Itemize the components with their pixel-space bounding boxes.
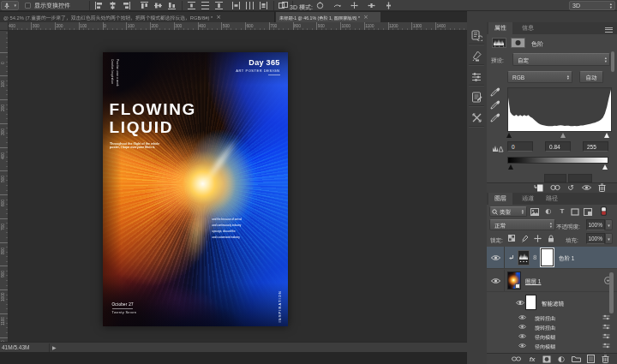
document-tab-active[interactable]: 未标题-1 @ 46.1% (色阶 1, 图层蒙版/8) * × — [276, 12, 380, 22]
filter-options-icon[interactable] — [602, 324, 610, 330]
output-shadow-slider[interactable] — [508, 164, 513, 170]
black-point-eyedropper[interactable] — [490, 87, 501, 98]
reset-adjustment-button[interactable]: ↺ — [566, 182, 576, 192]
3d-roll-button[interactable] — [332, 2, 342, 9]
tab-close-icon[interactable]: × — [363, 14, 368, 21]
smart-filters-label[interactable]: 智能滤镜 — [542, 299, 564, 307]
align-left-edges-button[interactable] — [94, 2, 104, 9]
smart-filter-name[interactable]: 旋转扭曲 — [535, 314, 555, 322]
tab-layers[interactable]: 图层 — [488, 193, 512, 205]
status-options-arrow-icon[interactable]: ▶ — [52, 344, 57, 350]
add-mask-button[interactable] — [542, 355, 552, 363]
histogram-refresh-icon[interactable] — [492, 142, 504, 152]
layer-name[interactable]: 图层 1 — [525, 277, 541, 285]
distribute-top-edges-button[interactable] — [187, 2, 196, 9]
shadow-input-slider[interactable] — [506, 133, 512, 138]
link-layers-button[interactable] — [511, 355, 521, 363]
smart-filter-name[interactable]: 径向模糊 — [535, 333, 555, 341]
visibility-eye-icon[interactable] — [518, 324, 526, 330]
tab-close-icon[interactable]: × — [216, 14, 221, 21]
distribute-right-edges-button[interactable] — [259, 2, 268, 9]
tab-channels[interactable]: 通道 — [516, 193, 540, 205]
distribute-horizontal-centers-button[interactable] — [245, 2, 255, 9]
layer-row-smart-filters[interactable]: 智能滤镜 — [487, 293, 617, 313]
smart-filter-row[interactable]: 径向模糊 — [487, 341, 617, 350]
preset-select[interactable]: 自定 ▴▾ — [512, 53, 610, 66]
clone-source-panel-icon[interactable] — [467, 67, 486, 86]
layer-row-image[interactable]: 图层 1 — [487, 270, 617, 292]
panel-menu-icon[interactable] — [604, 26, 614, 33]
view-previous-state-button[interactable] — [550, 183, 560, 192]
filter-mask-thumbnail[interactable] — [525, 295, 536, 310]
filter-options-icon[interactable] — [602, 314, 610, 320]
layer-thumbnail[interactable] — [507, 272, 521, 289]
midtone-input-field[interactable]: 0.84 — [545, 141, 571, 152]
channel-select[interactable]: RGB ▴▾ — [507, 71, 572, 83]
filter-options-icon[interactable] — [602, 333, 610, 339]
distribute-vertical-centers-button[interactable] — [201, 2, 210, 9]
visibility-eye-icon[interactable] — [491, 254, 500, 261]
character-panel-icon[interactable] — [467, 87, 486, 106]
tab-paths[interactable]: 路径 — [540, 193, 564, 205]
highlight-input-field[interactable]: 255 — [583, 141, 608, 152]
new-adjustment-layer-button[interactable]: ◐ — [556, 355, 566, 363]
tab-info[interactable]: 信息 — [516, 22, 540, 34]
3d-rotate-button[interactable] — [315, 2, 325, 9]
lock-transparent-pixels-icon[interactable] — [507, 234, 516, 242]
new-layer-button[interactable] — [585, 355, 596, 363]
shadow-input-field[interactable]: 0 — [507, 141, 533, 152]
align-top-edges-button[interactable] — [140, 2, 149, 9]
visibility-eye-icon[interactable] — [518, 343, 526, 349]
auto-button[interactable]: 自动 — [579, 71, 603, 83]
visibility-eye-icon[interactable] — [516, 300, 524, 306]
lock-all-icon[interactable] — [547, 234, 555, 242]
align-horizontal-centers-button[interactable] — [108, 2, 117, 9]
mask-link-icon[interactable]: 8 — [533, 254, 536, 261]
new-group-button[interactable] — [571, 355, 581, 363]
layer-styles-button[interactable]: fx — [527, 355, 537, 363]
document-canvas[interactable]: Creative Inspiration Practice once a wee… — [103, 52, 288, 326]
smart-filter-name[interactable]: 旋转扭曲 — [535, 324, 555, 331]
midtone-input-slider[interactable] — [560, 133, 566, 138]
highlight-input-slider[interactable] — [604, 133, 609, 138]
layer-mask-thumbnail[interactable] — [541, 248, 554, 266]
filter-pixel-layers-icon[interactable] — [530, 207, 540, 216]
layer-filter-type-select[interactable]: 类型 ▴▾ — [489, 206, 527, 217]
layer-filtering-toggle[interactable] — [599, 206, 608, 216]
visibility-eye-icon[interactable] — [518, 333, 526, 339]
auto-align-layers-button[interactable] — [279, 2, 288, 9]
properties-scrollbar[interactable] — [611, 51, 614, 72]
align-vertical-centers-button[interactable] — [153, 2, 163, 9]
history-panel-icon[interactable] — [467, 26, 486, 45]
tool-preset-picker[interactable]: ▾ — [1, 1, 19, 10]
3d-slide-button[interactable] — [367, 2, 376, 9]
document-tab-inactive[interactable]: @ 54.2% (7.重要的一步来了，双击红色箭头处的两个按钮，把两个模式都选择… — [0, 12, 275, 22]
layer-name[interactable]: 色阶 1 — [559, 254, 574, 262]
tab-properties[interactable]: 属性 — [488, 22, 512, 34]
blend-mode-select[interactable]: 正常 ▴▾ — [489, 219, 555, 230]
workspace-switcher[interactable]: 3D ▴▾ — [569, 1, 615, 10]
lock-image-pixels-icon[interactable] — [520, 234, 529, 242]
align-right-edges-button[interactable] — [122, 2, 131, 9]
3d-drag-button[interactable] — [350, 2, 359, 9]
filter-type-layers-icon[interactable]: T — [557, 206, 567, 216]
3d-scale-button[interactable] — [384, 2, 393, 9]
layers-scrollbar[interactable] — [609, 272, 614, 313]
toggle-visibility-button[interactable] — [581, 183, 591, 192]
distribute-left-edges-button[interactable] — [231, 2, 241, 9]
filter-adjustment-layers-icon[interactable]: ◐ — [543, 206, 554, 216]
opacity-dropdown-arrow[interactable]: ▾ — [605, 219, 613, 230]
brush-settings-panel-icon[interactable] — [467, 46, 486, 65]
clip-to-layer-button[interactable] — [533, 183, 543, 192]
visibility-eye-icon[interactable] — [518, 314, 526, 320]
fill-dropdown-arrow[interactable]: ▾ — [605, 233, 613, 244]
adjustment-thumbnail[interactable] — [518, 250, 530, 266]
smart-filter-row[interactable]: 旋转扭曲 — [487, 313, 617, 322]
fill-value[interactable]: 100% — [586, 233, 605, 244]
align-bottom-edges-button[interactable] — [167, 2, 177, 9]
filter-shape-layers-icon[interactable] — [570, 207, 580, 216]
smart-filter-name[interactable]: 径向模糊 — [535, 343, 555, 350]
smart-filter-row[interactable]: 旋转扭曲 — [487, 322, 617, 331]
levels-histogram[interactable] — [507, 87, 612, 132]
visibility-eye-icon[interactable] — [491, 277, 500, 284]
